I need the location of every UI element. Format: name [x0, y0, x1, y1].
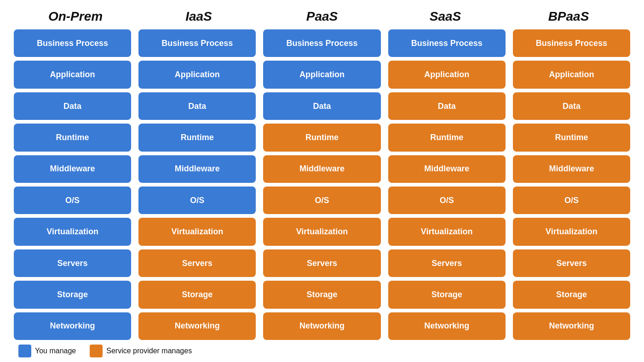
cell-0-8: Storage — [14, 281, 131, 308]
rows-area: Business ProcessApplicationDataRuntimeMi… — [14, 29, 630, 340]
cell-4-7: Servers — [513, 249, 630, 277]
cell-4-6: Virtualization — [513, 218, 630, 245]
cell-0-4: Middleware — [14, 155, 131, 183]
cell-0-3: Runtime — [14, 124, 131, 151]
header-row: On-PremIaaSPaaSSaaSBPaaS — [14, 9, 630, 24]
cell-0-6: Virtualization — [14, 218, 131, 245]
cell-4-4: Middleware — [513, 155, 630, 183]
column-bpaas: Business ProcessApplicationDataRuntimeMi… — [513, 29, 630, 340]
cell-4-1: Application — [513, 61, 630, 88]
cell-4-0: Business Process — [513, 29, 630, 57]
cell-0-7: Servers — [14, 249, 131, 277]
legend-blue-box — [18, 345, 31, 357]
cell-0-5: O/S — [14, 187, 131, 214]
cell-2-0: Business Process — [263, 29, 380, 57]
cell-0-1: Application — [14, 61, 131, 88]
cell-3-9: Networking — [388, 312, 506, 340]
cell-3-4: Middleware — [388, 155, 506, 183]
column-paas: Business ProcessApplicationDataRuntimeMi… — [263, 29, 380, 340]
column-iaas: Business ProcessApplicationDataRuntimeMi… — [138, 29, 256, 340]
column-header-paas: PaaS — [260, 9, 384, 24]
cell-2-7: Servers — [263, 249, 380, 277]
cell-3-0: Business Process — [388, 29, 506, 57]
cell-3-5: O/S — [388, 187, 506, 214]
cell-1-1: Application — [138, 61, 256, 88]
cell-4-5: O/S — [513, 187, 630, 214]
legend-blue-label: You manage — [35, 347, 76, 355]
column-header-iaas: IaaS — [137, 9, 260, 24]
column-on-prem: Business ProcessApplicationDataRuntimeMi… — [14, 29, 131, 340]
cell-3-1: Application — [388, 61, 506, 88]
legend-orange-label: Service provider manages — [106, 347, 192, 355]
cell-4-2: Data — [513, 92, 630, 120]
legend: You manage Service provider manages — [14, 345, 192, 357]
column-header-bpaas: BPaaS — [507, 9, 630, 24]
legend-orange-box — [90, 345, 103, 357]
cell-2-9: Networking — [263, 312, 380, 340]
legend-orange-item: Service provider manages — [90, 345, 192, 357]
cell-1-8: Storage — [138, 281, 256, 308]
cell-3-2: Data — [388, 92, 506, 120]
column-header-on-prem: On-Prem — [14, 9, 137, 24]
cell-3-8: Storage — [388, 281, 506, 308]
cell-0-9: Networking — [14, 312, 131, 340]
column-header-saas: SaaS — [384, 9, 507, 24]
column-saas: Business ProcessApplicationDataRuntimeMi… — [388, 29, 506, 340]
cell-4-3: Runtime — [513, 124, 630, 151]
main-grid: On-PremIaaSPaaSSaaSBPaaS Business Proces… — [14, 9, 630, 357]
cell-1-0: Business Process — [138, 29, 256, 57]
cell-3-3: Runtime — [388, 124, 506, 151]
cell-2-6: Virtualization — [263, 218, 380, 245]
legend-blue-item: You manage — [18, 345, 76, 357]
cell-2-4: Middleware — [263, 155, 380, 183]
cell-2-3: Runtime — [263, 124, 380, 151]
cell-2-1: Application — [263, 61, 380, 88]
cell-3-7: Servers — [388, 249, 506, 277]
cell-0-0: Business Process — [14, 29, 131, 57]
cell-1-3: Runtime — [138, 124, 256, 151]
cell-0-2: Data — [14, 92, 131, 120]
cell-4-8: Storage — [513, 281, 630, 308]
cell-2-2: Data — [263, 92, 380, 120]
cell-2-5: O/S — [263, 187, 380, 214]
cell-2-8: Storage — [263, 281, 380, 308]
cell-1-4: Middleware — [138, 155, 256, 183]
cell-1-9: Networking — [138, 312, 256, 340]
cell-4-9: Networking — [513, 312, 630, 340]
cell-1-6: Virtualization — [138, 218, 256, 245]
cell-1-7: Servers — [138, 249, 256, 277]
cell-3-6: Virtualization — [388, 218, 506, 245]
cell-1-2: Data — [138, 92, 256, 120]
cell-1-5: O/S — [138, 187, 256, 214]
